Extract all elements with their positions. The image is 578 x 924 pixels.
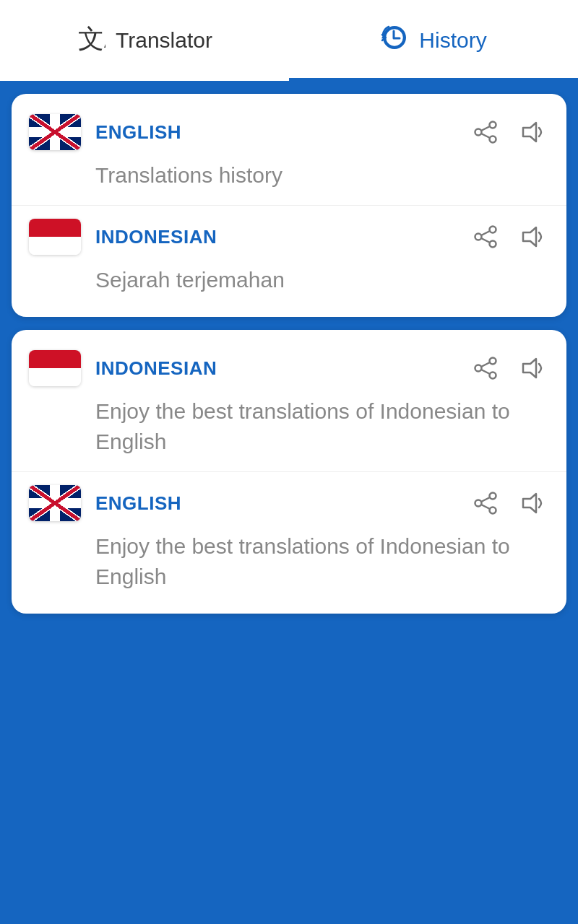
translate-svg-icon: 文A xyxy=(77,23,105,52)
svg-point-20 xyxy=(490,493,496,500)
sound-icon-indonesian-2 xyxy=(517,354,546,383)
flag-id-top-2 xyxy=(29,350,81,368)
lang-header-english-1: ENGLISH xyxy=(29,114,549,150)
flag-uk-2 xyxy=(29,485,81,521)
svg-line-11 xyxy=(481,231,490,235)
sound-icon-indonesian-1 xyxy=(517,222,546,251)
share-icon-english-2 xyxy=(473,490,499,516)
history-tab-label: History xyxy=(419,28,486,53)
svg-line-18 xyxy=(481,370,490,374)
svg-point-15 xyxy=(490,372,496,379)
svg-point-22 xyxy=(475,500,482,507)
flag-id-top-1 xyxy=(29,219,81,237)
sound-button-english-1[interactable] xyxy=(514,115,549,149)
svg-point-14 xyxy=(490,358,496,365)
translation-text-indonesian-2: Enjoy the best translations of Indonesia… xyxy=(29,396,549,457)
translator-icon: 文A xyxy=(77,23,105,58)
flag-id-bottom-1 xyxy=(29,237,81,255)
share-button-english-2[interactable] xyxy=(470,487,501,519)
flag-id-2 xyxy=(29,350,81,386)
svg-line-12 xyxy=(481,238,490,243)
share-button-english-1[interactable] xyxy=(470,116,501,148)
translation-card-2: INDONESIAN xyxy=(12,330,566,614)
sound-button-indonesian-1[interactable] xyxy=(514,219,549,254)
tab-history[interactable]: History xyxy=(289,0,578,81)
flag-id-1 xyxy=(29,219,81,255)
share-button-indonesian-2[interactable] xyxy=(470,352,501,384)
sound-icon-english-1 xyxy=(517,118,546,147)
flag-uk-cross-1 xyxy=(29,114,81,150)
lang-actions-english-1 xyxy=(470,115,549,149)
share-icon-indonesian-1 xyxy=(473,224,499,250)
lang-block-indonesian-2: INDONESIAN xyxy=(12,337,566,471)
flag-uk-cross-2 xyxy=(29,485,81,521)
svg-point-8 xyxy=(490,227,496,233)
history-svg-icon xyxy=(380,23,409,52)
svg-text:文A: 文A xyxy=(78,24,105,52)
sound-button-indonesian-2[interactable] xyxy=(514,351,549,385)
translation-text-english-1: Translations history xyxy=(29,160,549,191)
lang-header-indonesian-2: INDONESIAN xyxy=(29,350,549,386)
translation-text-indonesian-1: Sejarah terjemahan xyxy=(29,265,549,295)
translation-card-1: ENGLISH xyxy=(12,94,566,317)
tab-translator[interactable]: 文A Translator xyxy=(0,0,289,81)
flag-id-bottom-2 xyxy=(29,368,81,386)
lang-name-indonesian-1: INDONESIAN xyxy=(95,226,455,248)
svg-marker-19 xyxy=(523,359,536,378)
svg-point-10 xyxy=(475,234,482,240)
share-icon-indonesian-2 xyxy=(473,355,499,381)
svg-line-5 xyxy=(481,126,490,131)
svg-marker-7 xyxy=(523,123,536,141)
svg-point-16 xyxy=(475,365,482,372)
lang-block-english-2: ENGLISH xyxy=(12,471,566,606)
lang-actions-indonesian-2 xyxy=(470,351,549,385)
svg-marker-13 xyxy=(523,227,536,246)
lang-name-indonesian-2: INDONESIAN xyxy=(95,357,455,380)
svg-point-3 xyxy=(490,136,496,143)
header: 文A Translator History xyxy=(0,0,578,81)
svg-line-6 xyxy=(481,134,490,138)
svg-point-9 xyxy=(490,241,496,248)
lang-name-english-1: ENGLISH xyxy=(95,121,455,144)
lang-name-english-2: ENGLISH xyxy=(95,492,455,515)
lang-block-indonesian-1: INDONESIAN xyxy=(12,205,566,310)
lang-header-english-2: ENGLISH xyxy=(29,485,549,521)
svg-marker-25 xyxy=(523,494,536,513)
app-container: 文A Translator History xyxy=(0,0,578,627)
flag-uk-1 xyxy=(29,114,81,150)
lang-block-english-1: ENGLISH xyxy=(12,101,566,205)
svg-line-24 xyxy=(481,505,490,509)
lang-actions-indonesian-1 xyxy=(470,219,549,254)
main-content: ENGLISH xyxy=(0,81,578,627)
svg-point-4 xyxy=(475,129,482,136)
share-button-indonesian-1[interactable] xyxy=(470,221,501,253)
svg-point-2 xyxy=(490,122,496,128)
translation-text-english-2: Enjoy the best translations of Indonesia… xyxy=(29,531,549,592)
lang-header-indonesian-1: INDONESIAN xyxy=(29,219,549,255)
svg-point-21 xyxy=(490,507,496,514)
svg-line-23 xyxy=(481,497,490,502)
sound-button-english-2[interactable] xyxy=(514,486,549,520)
svg-line-17 xyxy=(481,362,490,367)
sound-icon-english-2 xyxy=(517,489,546,518)
translator-tab-label: Translator xyxy=(116,28,212,53)
share-icon-english-1 xyxy=(473,119,499,145)
history-icon xyxy=(380,23,409,58)
lang-actions-english-2 xyxy=(470,486,549,520)
